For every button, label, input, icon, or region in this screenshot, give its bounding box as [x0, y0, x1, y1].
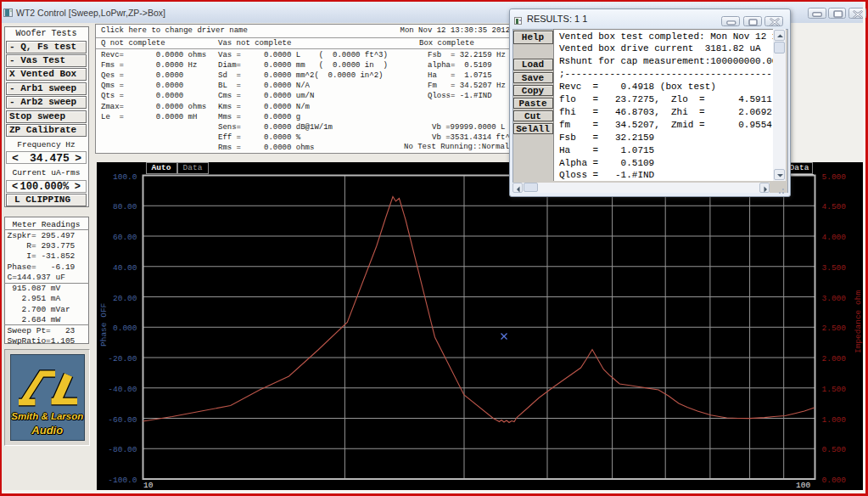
svg-text:4.000: 4.000 [821, 233, 846, 242]
svg-text:-20.00: -20.00 [108, 354, 137, 364]
svg-text:5.000: 5.000 [821, 172, 846, 182]
svg-text:-100.0: -100.0 [108, 476, 137, 485]
svg-text:20.00: 20.00 [113, 294, 137, 303]
svg-text:Impedance ohm: Impedance ohm [854, 290, 863, 353]
svg-text:0.000: 0.000 [113, 324, 137, 333]
svg-text:3.000: 3.000 [821, 294, 846, 303]
svg-text:40.00: 40.00 [113, 263, 137, 273]
svg-text:100.0: 100.0 [113, 172, 137, 182]
svg-text:3.500: 3.500 [821, 263, 846, 273]
svg-text:10: 10 [143, 481, 154, 490]
svg-text:4.500: 4.500 [821, 202, 846, 211]
svg-text:1.500: 1.500 [821, 385, 846, 394]
svg-text:80.00: 80.00 [113, 202, 137, 211]
svg-text:2.500: 2.500 [821, 324, 846, 333]
svg-text:0.500: 0.500 [821, 445, 846, 454]
svg-text:-40.00: -40.00 [108, 385, 137, 394]
svg-text:0.000: 0.000 [821, 476, 846, 485]
svg-text:2.000: 2.000 [821, 354, 846, 364]
svg-text:Phase OFF: Phase OFF [99, 302, 109, 347]
svg-text:1.000: 1.000 [821, 415, 846, 425]
svg-text:-80.00: -80.00 [108, 445, 137, 454]
svg-text:100: 100 [796, 481, 810, 490]
svg-text:60.00: 60.00 [113, 233, 137, 242]
svg-text:-60.00: -60.00 [108, 415, 137, 425]
